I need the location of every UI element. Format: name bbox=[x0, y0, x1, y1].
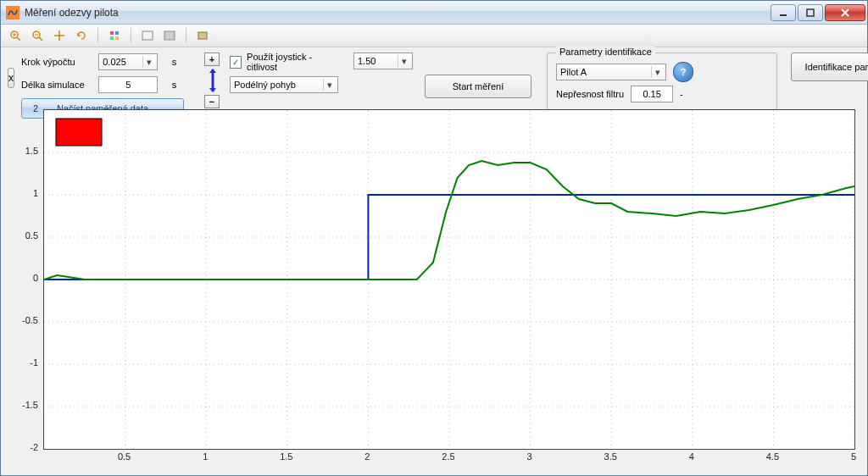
x-tick-label: 0.5 bbox=[116, 451, 133, 462]
svg-rect-2 bbox=[807, 9, 814, 16]
svg-marker-19 bbox=[209, 88, 216, 92]
y-tick-label: -0.5 bbox=[13, 315, 38, 325]
y-tick-label: 2 bbox=[13, 103, 38, 113]
svg-rect-14 bbox=[142, 31, 153, 40]
close-button[interactable] bbox=[825, 4, 865, 21]
titlebar: Měření odezvy pilota bbox=[1, 1, 867, 25]
sensitivity-value: 1.50 bbox=[358, 56, 376, 66]
x-tick-label: 4.5 bbox=[764, 451, 781, 462]
slider-minus[interactable]: − bbox=[204, 95, 220, 108]
filter-label: Nepřesnost filtru bbox=[556, 89, 624, 99]
x-tick-label: 3 bbox=[521, 451, 538, 462]
x-tick-label: 5 bbox=[845, 451, 862, 462]
step-unit: s bbox=[172, 57, 184, 67]
zoom-out-icon[interactable] bbox=[28, 26, 47, 45]
sim-length-label: Délka simulace bbox=[21, 80, 92, 90]
maximize-button[interactable] bbox=[798, 4, 823, 21]
motion-dropdown[interactable]: Podélný pohyb ▾ bbox=[230, 76, 338, 93]
x-tick-label: 1 bbox=[197, 451, 214, 462]
pilot-dropdown[interactable]: Pilot A ▾ bbox=[556, 64, 666, 80]
svg-rect-16 bbox=[198, 32, 207, 39]
insert-colorbar-icon[interactable] bbox=[160, 26, 179, 45]
chart-axes[interactable] bbox=[43, 109, 855, 450]
svg-marker-18 bbox=[209, 69, 216, 73]
chevron-down-icon: ▾ bbox=[398, 55, 410, 67]
x-tick-label: 2.5 bbox=[440, 451, 457, 462]
x-tick-label: 3.5 bbox=[602, 451, 619, 462]
data-cursor-icon[interactable] bbox=[105, 26, 124, 45]
pilot-value: Pilot A bbox=[560, 67, 587, 77]
minimize-button[interactable] bbox=[771, 4, 796, 21]
motion-value: Podélný pohyb bbox=[234, 80, 296, 90]
sim-length-input[interactable] bbox=[98, 76, 158, 93]
slider-plus[interactable]: + bbox=[204, 53, 220, 66]
y-tick-label: 1.5 bbox=[13, 146, 38, 156]
insert-legend-icon[interactable] bbox=[138, 26, 157, 45]
chevron-down-icon: ▾ bbox=[651, 66, 664, 78]
close-panel-label: x bbox=[8, 72, 14, 84]
identification-legend: Parametry identifikace bbox=[556, 47, 655, 57]
joystick-label: Použít joystick - citlivost bbox=[247, 52, 338, 72]
app-icon bbox=[6, 6, 19, 19]
step-label: Krok výpočtu bbox=[21, 57, 92, 67]
identify-params-button[interactable]: Identifikace parametrů bbox=[791, 53, 868, 81]
svg-rect-11 bbox=[115, 31, 119, 35]
svg-rect-10 bbox=[110, 31, 114, 35]
svg-rect-12 bbox=[110, 36, 114, 40]
identification-fieldset: Parametry identifikace Pilot A ▾ ? Nepře… bbox=[547, 53, 777, 110]
start-measurement-label: Start měření bbox=[453, 81, 504, 91]
toolbar-separator bbox=[186, 28, 186, 43]
window-buttons-group bbox=[771, 4, 865, 21]
pan-icon[interactable] bbox=[50, 26, 69, 45]
svg-rect-13 bbox=[115, 36, 119, 40]
svg-rect-37 bbox=[56, 119, 102, 146]
simulation-params: Krok výpočtu 0.025 ▾ s Délka simulace s … bbox=[21, 53, 184, 117]
window-title: Měření odezvy pilota bbox=[25, 7, 771, 19]
y-tick-label: 0 bbox=[13, 273, 38, 283]
y-tick-label: 0.5 bbox=[13, 230, 38, 241]
joystick-params: ✓ Použít joystick - citlivost Podélný po… bbox=[230, 53, 338, 94]
x-tick-label: 2 bbox=[359, 451, 376, 462]
slider-track[interactable] bbox=[208, 68, 216, 93]
app-window: Měření odezvy pilota x bbox=[0, 0, 868, 476]
chevron-down-icon: ▾ bbox=[142, 56, 155, 68]
sensitivity-dropdown[interactable]: 1.50 ▾ bbox=[353, 53, 413, 69]
y-tick-label: -1.5 bbox=[13, 400, 38, 410]
svg-rect-15 bbox=[164, 31, 175, 40]
help-button[interactable]: ? bbox=[673, 62, 693, 82]
toolbar-separator bbox=[131, 28, 131, 43]
step-value: 0.025 bbox=[103, 57, 126, 67]
chevron-down-icon: ▾ bbox=[323, 79, 336, 91]
y-tick-label: -1 bbox=[13, 357, 38, 368]
zoom-in-icon[interactable] bbox=[6, 26, 25, 45]
joystick-checkbox[interactable]: ✓ bbox=[230, 56, 242, 69]
y-tick-label: 1 bbox=[13, 188, 38, 198]
filter-unit: - bbox=[680, 89, 683, 99]
start-measurement-button[interactable]: Start měření bbox=[425, 75, 531, 98]
x-tick-label: 1.5 bbox=[278, 451, 295, 462]
figure-toolbar bbox=[1, 25, 867, 47]
close-panel-button[interactable]: x bbox=[8, 68, 14, 88]
plot-area: -2-1.5-1-0.500.511.520.511.522.533.544.5… bbox=[8, 109, 860, 470]
step-dropdown[interactable]: 0.025 ▾ bbox=[98, 53, 158, 70]
sim-length-unit: s bbox=[172, 80, 184, 90]
svg-rect-1 bbox=[780, 14, 787, 16]
vertical-slider[interactable]: + − bbox=[204, 53, 220, 108]
svg-line-4 bbox=[17, 37, 20, 41]
x-tick-label: 4 bbox=[683, 451, 700, 462]
filter-input[interactable] bbox=[631, 86, 673, 102]
rotate-icon[interactable] bbox=[72, 26, 91, 45]
toolbar-separator bbox=[97, 28, 98, 43]
link-axes-icon[interactable] bbox=[193, 26, 212, 45]
svg-line-8 bbox=[39, 37, 42, 41]
y-tick-label: -2 bbox=[13, 442, 38, 452]
identify-params-label: Identifikace parametrů bbox=[805, 62, 868, 72]
